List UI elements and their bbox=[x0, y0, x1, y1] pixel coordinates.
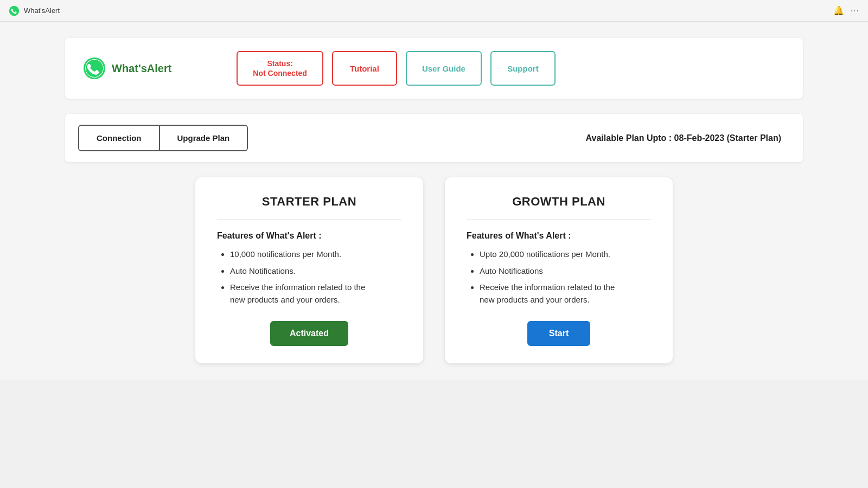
starter-plan-title: STARTER PLAN bbox=[217, 195, 401, 209]
tab-connection[interactable]: Connection bbox=[79, 126, 160, 150]
header-buttons: Status: Not Connected Tutorial User Guid… bbox=[237, 51, 556, 86]
titlebar-right: 🔔 ··· bbox=[833, 5, 859, 16]
main-content: What'sAlert Status: Not Connected Tutori… bbox=[0, 22, 868, 380]
bell-icon[interactable]: 🔔 bbox=[833, 5, 844, 16]
app-icon bbox=[9, 5, 20, 16]
tabs-section: Connection Upgrade Plan Available Plan U… bbox=[65, 114, 803, 162]
brand-name: What'sAlert bbox=[112, 62, 171, 75]
support-button[interactable]: Support bbox=[490, 51, 556, 86]
tutorial-button[interactable]: Tutorial bbox=[332, 51, 397, 86]
app-title: What'sAlert bbox=[24, 7, 60, 15]
available-plan-text: Available Plan Upto : 08-Feb-2023 (Start… bbox=[586, 133, 781, 143]
starter-plan-divider bbox=[217, 220, 401, 220]
starter-plan-card: STARTER PLAN Features of What's Alert : … bbox=[195, 177, 423, 363]
activated-button[interactable]: Activated bbox=[270, 321, 348, 346]
growth-features-list: Upto 20,000 notifications per Month. Aut… bbox=[467, 248, 651, 306]
user-guide-button[interactable]: User Guide bbox=[406, 51, 482, 86]
status-button[interactable]: Status: Not Connected bbox=[237, 51, 323, 86]
brand-logo bbox=[82, 56, 106, 80]
growth-feature-3: Receive the information related to the n… bbox=[480, 281, 651, 306]
growth-plan-card: GROWTH PLAN Features of What's Alert : U… bbox=[445, 177, 673, 363]
starter-plan-action: Activated bbox=[217, 321, 401, 346]
growth-plan-action: Start bbox=[467, 321, 651, 346]
growth-feature-2: Auto Notifications bbox=[480, 265, 651, 278]
starter-feature-2: Auto Notifications. bbox=[230, 265, 401, 278]
growth-plan-divider bbox=[467, 220, 651, 220]
growth-feature-1: Upto 20,000 notifications per Month. bbox=[480, 248, 651, 261]
titlebar-left: What'sAlert bbox=[9, 5, 60, 16]
titlebar: What'sAlert 🔔 ··· bbox=[0, 0, 868, 22]
header-card: What'sAlert Status: Not Connected Tutori… bbox=[65, 38, 803, 99]
starter-features-heading: Features of What's Alert : bbox=[217, 231, 401, 241]
starter-features-list: 10,000 notifications per Month. Auto Not… bbox=[217, 248, 401, 306]
starter-feature-3: Receive the information related to the n… bbox=[230, 281, 401, 306]
tabs-container: Connection Upgrade Plan bbox=[78, 125, 248, 151]
start-button[interactable]: Start bbox=[527, 321, 590, 346]
header-brand: What'sAlert bbox=[82, 56, 171, 80]
tab-upgrade-plan[interactable]: Upgrade Plan bbox=[160, 126, 247, 150]
svg-point-0 bbox=[9, 5, 19, 15]
plans-container: STARTER PLAN Features of What's Alert : … bbox=[65, 177, 803, 363]
growth-plan-title: GROWTH PLAN bbox=[467, 195, 651, 209]
starter-feature-1: 10,000 notifications per Month. bbox=[230, 248, 401, 261]
growth-features-heading: Features of What's Alert : bbox=[467, 231, 651, 241]
more-options-icon[interactable]: ··· bbox=[851, 6, 859, 16]
